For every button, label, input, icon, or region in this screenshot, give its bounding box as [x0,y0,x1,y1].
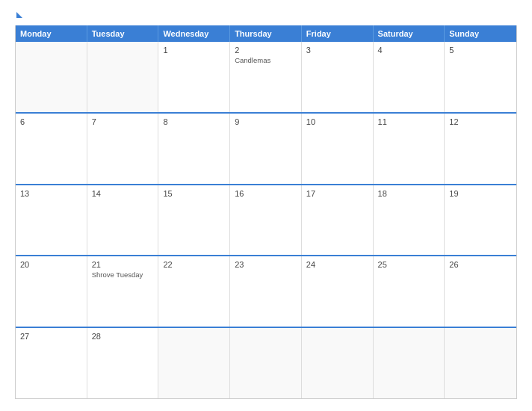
day-event: Candlemas [235,56,270,64]
day-cell [445,328,516,398]
day-header-wednesday: Wednesday [158,25,230,42]
day-cell: 21Shrove Tuesday [87,256,159,327]
day-number: 6 [20,117,25,126]
day-cell [374,328,445,398]
day-cell: 5 [445,42,516,112]
day-cell: 12 [445,114,516,184]
day-number: 1 [163,46,167,55]
day-number: 22 [163,260,172,269]
day-headers-row: MondayTuesdayWednesdayThursdayFridaySatu… [16,25,516,42]
day-cell: 2Candlemas [230,42,302,112]
day-cell: 14 [87,185,159,256]
day-cell: 8 [158,114,230,184]
day-header-saturday: Saturday [374,25,445,42]
day-number: 21 [92,260,101,269]
day-number: 23 [235,260,244,269]
day-cell: 18 [374,185,445,256]
day-cell: 7 [87,114,159,184]
day-cell [230,328,302,398]
day-number: 9 [235,117,239,126]
week-row-4: 2021Shrove Tuesday2223242526 [16,255,516,327]
day-number: 13 [20,189,29,198]
day-event: Shrove Tuesday [92,271,143,279]
day-number: 26 [449,260,458,269]
day-number: 16 [235,189,244,198]
day-cell: 4 [374,42,445,112]
day-cell: 17 [302,185,374,256]
logo [15,12,22,18]
week-row-1: 12Candlemas345 [16,42,516,112]
day-cell: 1 [158,42,230,112]
day-cell: 16 [230,185,302,256]
day-cell: 11 [374,114,445,184]
day-cell: 27 [16,328,87,398]
day-cell: 23 [230,256,302,327]
day-number: 3 [306,46,311,55]
day-cell: 28 [87,328,159,398]
week-row-2: 6789101112 [16,112,516,184]
day-cell [16,42,87,112]
day-cell: 6 [16,114,87,184]
day-number: 18 [378,189,387,198]
day-header-friday: Friday [302,25,374,42]
day-number: 10 [306,117,315,126]
day-number: 25 [378,260,387,269]
day-cell: 24 [302,256,374,327]
day-header-thursday: Thursday [230,25,302,42]
day-number: 4 [378,46,383,55]
day-number: 15 [163,189,172,198]
day-number: 11 [378,117,387,126]
logo-blue-text [15,12,22,18]
calendar-page: MondayTuesdayWednesdayThursdayFridaySatu… [0,0,532,411]
day-cell: 15 [158,185,230,256]
day-number: 19 [449,189,458,198]
logo-triangle-icon [16,12,22,18]
day-number: 12 [449,117,458,126]
day-cell: 22 [158,256,230,327]
day-cell: 13 [16,185,87,256]
day-cell: 20 [16,256,87,327]
day-cell [158,328,230,398]
calendar-grid: MondayTuesdayWednesdayThursdayFridaySatu… [15,25,517,399]
day-number: 8 [163,117,167,126]
header [15,12,517,18]
day-number: 28 [92,332,101,341]
day-number: 7 [92,117,96,126]
day-cell: 25 [374,256,445,327]
day-header-monday: Monday [16,25,87,42]
day-number: 14 [92,189,101,198]
weeks-container: 12Candlemas34567891011121314151617181920… [16,42,516,398]
day-number: 27 [20,332,29,341]
day-header-sunday: Sunday [445,25,516,42]
day-cell: 10 [302,114,374,184]
day-cell: 19 [445,185,516,256]
day-number: 5 [449,46,454,55]
day-number: 2 [235,46,239,55]
day-number: 20 [20,260,29,269]
day-header-tuesday: Tuesday [87,25,159,42]
day-number: 24 [306,260,315,269]
week-row-3: 13141516171819 [16,184,516,256]
day-cell [302,328,374,398]
day-cell [87,42,159,112]
day-number: 17 [306,189,315,198]
day-cell: 9 [230,114,302,184]
day-cell: 3 [302,42,374,112]
day-cell: 26 [445,256,516,327]
week-row-5: 2728 [16,327,516,398]
